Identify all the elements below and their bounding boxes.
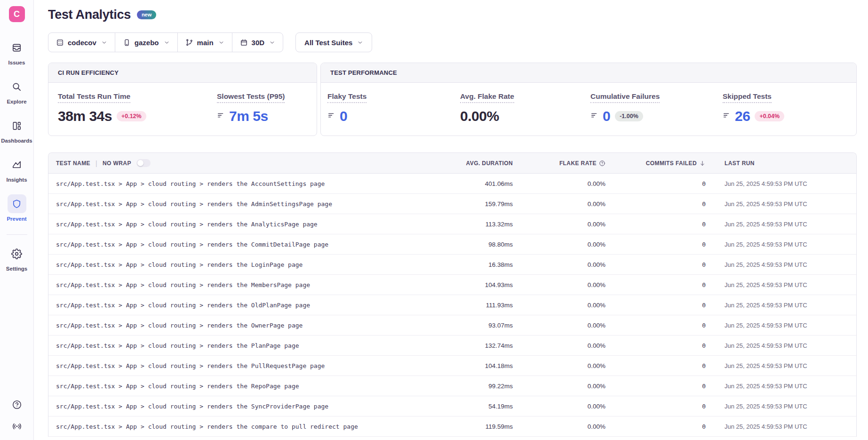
col-test-name: TEST NAME: [56, 160, 90, 167]
cell-avg-duration: 98.80ms: [447, 241, 522, 248]
repo-selector[interactable]: gazebo: [115, 33, 178, 52]
sidebar: C Issues Explore Dashboards: [0, 0, 34, 440]
cell-avg-duration: 111.93ms: [447, 302, 522, 309]
branch-selector-label: main: [197, 39, 214, 47]
table-row[interactable]: src/App.test.tsx > App > cloud routing >…: [48, 295, 856, 315]
table-row[interactable]: src/App.test.tsx > App > cloud routing >…: [48, 356, 856, 376]
cell-test-name: src/App.test.tsx > App > cloud routing >…: [48, 302, 447, 309]
cell-test-name: src/App.test.tsx > App > cloud routing >…: [48, 221, 447, 228]
table-row[interactable]: src/App.test.tsx > App > cloud routing >…: [48, 255, 856, 275]
question-circle-icon[interactable]: [599, 160, 605, 167]
broadcast-icon[interactable]: [12, 421, 22, 432]
table-row[interactable]: src/App.test.tsx > App > cloud routing >…: [48, 336, 856, 356]
table-row[interactable]: src/App.test.tsx > App > cloud routing >…: [48, 376, 856, 396]
sidebar-item-issues[interactable]: Issues: [8, 38, 26, 65]
cell-commits-failed: 0: [615, 221, 715, 228]
table-row[interactable]: src/App.test.tsx > App > cloud routing >…: [48, 416, 856, 437]
stat-label[interactable]: Cumulative Failures: [590, 92, 660, 103]
table-row[interactable]: src/App.test.tsx > App > cloud routing >…: [48, 174, 856, 194]
sidebar-item-insights[interactable]: Insights: [6, 155, 27, 183]
chevron-down-icon: [218, 40, 224, 46]
panel-title: TEST PERFORMANCE: [321, 63, 856, 83]
sidebar-divider: [7, 234, 27, 235]
table-row[interactable]: src/App.test.tsx > App > cloud routing >…: [48, 234, 856, 255]
stat-label[interactable]: Total Tests Run Time: [58, 92, 130, 103]
delta-badge: +0.12%: [117, 111, 146, 121]
cell-commits-failed: 0: [615, 342, 715, 349]
stat-label[interactable]: Skipped Tests: [723, 92, 772, 103]
search-icon: [8, 77, 26, 96]
cell-last-run: Jun 25, 2025 4:59:53 PM UTC: [715, 322, 856, 329]
table-row[interactable]: src/App.test.tsx > App > cloud routing >…: [48, 275, 856, 295]
cell-last-run: Jun 25, 2025 4:59:53 PM UTC: [715, 200, 856, 208]
cell-last-run: Jun 25, 2025 4:59:53 PM UTC: [715, 261, 856, 268]
cell-last-run: Jun 25, 2025 4:59:53 PM UTC: [715, 180, 856, 187]
cell-avg-duration: 93.07ms: [447, 322, 522, 329]
stat-label[interactable]: Avg. Flake Rate: [460, 92, 514, 103]
table-row[interactable]: src/App.test.tsx > App > cloud routing >…: [48, 194, 856, 214]
cell-test-name: src/App.test.tsx > App > cloud routing >…: [48, 322, 447, 329]
sidebar-footer: [12, 400, 22, 432]
sidebar-item-dashboards[interactable]: Dashboards: [1, 116, 32, 144]
delta-badge: +0.04%: [755, 111, 784, 121]
cell-avg-duration: 401.06ms: [447, 180, 522, 187]
cell-avg-duration: 99.22ms: [447, 383, 522, 390]
cell-last-run: Jun 25, 2025 4:59:53 PM UTC: [715, 221, 856, 228]
cell-flake-rate: 0.00%: [522, 362, 615, 369]
cell-flake-rate: 0.00%: [522, 403, 615, 410]
cell-test-name: src/App.test.tsx > App > cloud routing >…: [48, 261, 447, 268]
sidebar-item-label: Dashboards: [1, 138, 32, 144]
cell-flake-rate: 0.00%: [522, 241, 615, 248]
cell-avg-duration: 104.18ms: [447, 362, 522, 369]
sidebar-item-settings[interactable]: Settings: [6, 244, 27, 272]
context-filter-group: codecov gazebo main 30D: [48, 32, 283, 52]
cell-avg-duration: 16.38ms: [447, 261, 522, 268]
org-selector[interactable]: codecov: [48, 33, 115, 52]
table-row[interactable]: src/App.test.tsx > App > cloud routing >…: [48, 315, 856, 336]
calendar-icon: [240, 39, 248, 47]
repo-selector-label: gazebo: [135, 39, 159, 47]
cell-flake-rate: 0.00%: [522, 302, 615, 309]
cell-commits-failed: 0: [615, 241, 715, 248]
table-header-row: TEST NAME | NO WRAP AVG. DURATION FLAKE …: [48, 153, 856, 174]
stat-value-link[interactable]: 0: [340, 108, 347, 124]
stat-value-link[interactable]: 26: [735, 108, 750, 124]
org-avatar[interactable]: C: [9, 6, 25, 22]
cell-flake-rate: 0.00%: [522, 342, 615, 349]
cell-flake-rate: 0.00%: [522, 200, 615, 208]
cell-flake-rate: 0.00%: [522, 322, 615, 329]
cell-commits-failed: 0: [615, 261, 715, 268]
table-row[interactable]: src/App.test.tsx > App > cloud routing >…: [48, 214, 856, 234]
stat-value-link[interactable]: 0: [603, 108, 610, 124]
cell-test-name: src/App.test.tsx > App > cloud routing >…: [48, 200, 447, 208]
gear-icon: [8, 244, 26, 263]
test-suites-selector[interactable]: All Test Suites: [295, 32, 372, 52]
cell-last-run: Jun 25, 2025 4:59:53 PM UTC: [715, 342, 856, 349]
cell-test-name: src/App.test.tsx > App > cloud routing >…: [48, 403, 447, 410]
cell-commits-failed: 0: [615, 281, 715, 288]
col-commits-failed[interactable]: COMMITS FAILED: [615, 160, 715, 167]
panel-title: CI RUN EFFICIENCY: [48, 63, 317, 83]
delta-badge: -1.00%: [615, 111, 643, 121]
no-wrap-toggle[interactable]: [136, 159, 151, 167]
org-selector-label: codecov: [68, 39, 96, 47]
test-suites-label: All Test Suites: [304, 39, 352, 47]
main-content: Test Analytics new codecov gazebo main: [34, 0, 868, 440]
cell-avg-duration: 159.79ms: [447, 200, 522, 208]
sidebar-item-prevent[interactable]: Prevent: [7, 194, 26, 222]
cell-test-name: src/App.test.tsx > App > cloud routing >…: [48, 241, 447, 248]
branch-selector[interactable]: main: [178, 33, 232, 52]
cell-flake-rate: 0.00%: [522, 180, 615, 187]
sidebar-item-label: Insights: [6, 177, 27, 183]
col-avg-duration[interactable]: AVG. DURATION: [447, 160, 522, 167]
chevron-down-icon: [269, 40, 275, 46]
stat-label[interactable]: Flaky Tests: [327, 92, 366, 103]
stat-label[interactable]: Slowest Tests (P95): [217, 92, 285, 103]
help-icon[interactable]: [12, 400, 22, 410]
new-badge: new: [137, 10, 156, 19]
table-row[interactable]: src/App.test.tsx > App > cloud routing >…: [48, 396, 856, 416]
sidebar-item-explore[interactable]: Explore: [7, 77, 26, 104]
stat-value-link[interactable]: 7m 5s: [229, 108, 268, 124]
col-flake-rate[interactable]: FLAKE RATE: [522, 160, 615, 167]
date-range-selector[interactable]: 30D: [232, 33, 283, 52]
